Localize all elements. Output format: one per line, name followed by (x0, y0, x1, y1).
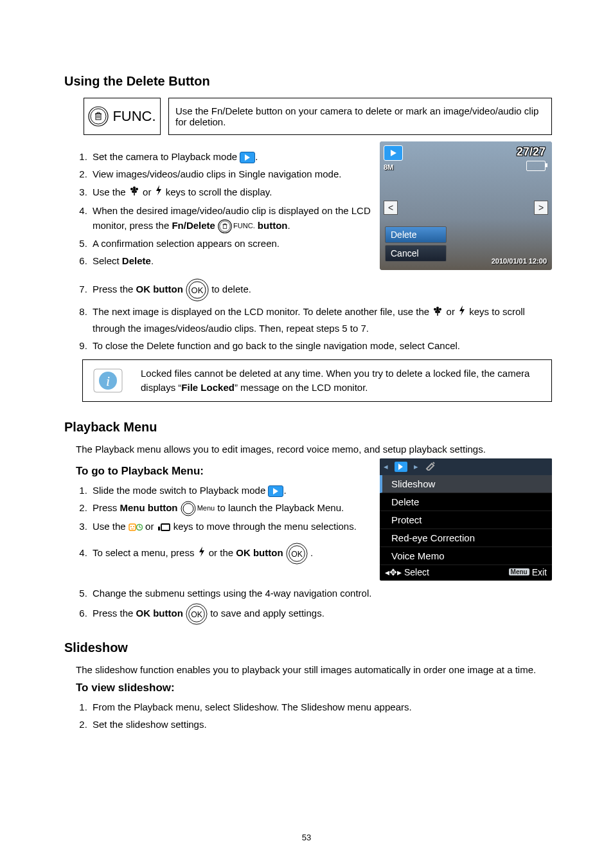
flash-icon (458, 305, 466, 320)
sub-view-slideshow: To view slideshow: (76, 682, 552, 694)
page: Using the Delete Button FUNC. Use the Fn… (0, 0, 613, 868)
slideshow-steps: From the Playback menu, select Slideshow… (76, 700, 552, 732)
menu-item[interactable]: Protect (380, 511, 552, 529)
sub-go-playback: To go to Playback Menu: (76, 465, 373, 478)
menu-button-icon: Menu (181, 501, 215, 516)
step-8: The next image is displayed on the LCD m… (90, 304, 552, 335)
step-4: When the desired image/video/audio clip … (90, 203, 373, 233)
delete-steps: Set the camera to Playback mode . View i… (76, 149, 373, 268)
flash-icon (197, 546, 206, 561)
nav-left-icon: < (384, 201, 398, 215)
svg-text:OK: OK (291, 550, 303, 559)
face-timer-icon (129, 523, 143, 532)
pstep-1: Slide the mode switch to Playback mode . (90, 483, 373, 498)
step-9: To close the Delete function and go back… (90, 338, 552, 353)
locked-file-note: i Locked files cannot be deleted at any … (82, 359, 552, 402)
ok-button-icon: OK (286, 543, 308, 565)
step-3: Use the or keys to scroll the display. (90, 185, 373, 201)
tab-setup-icon (425, 460, 436, 473)
resolution-badge: 8M (384, 163, 393, 171)
svg-point-25 (183, 503, 193, 514)
heading-using-delete: Using the Delete Button (64, 74, 552, 89)
image-counter: 27/27 (517, 145, 546, 159)
display-icon (157, 523, 171, 532)
pstep-3: Use the or keys to move through the menu… (90, 519, 373, 534)
menu-item[interactable]: Slideshow (380, 475, 552, 493)
macro-icon (432, 305, 443, 320)
menu-item-delete[interactable]: Delete (385, 226, 447, 243)
menu-item[interactable]: Voice Memo (380, 547, 552, 565)
svg-point-10 (220, 221, 231, 232)
tip-text: Use the Fn/Delete button on your camera … (168, 98, 552, 135)
svg-text:OK: OK (191, 610, 203, 619)
func-tip-row: FUNC. Use the Fn/Delete button on your c… (84, 98, 552, 135)
sstep-1: From the Playback menu, select Slideshow… (90, 700, 552, 714)
page-number: 53 (0, 833, 613, 842)
pstep-2: Press Menu button Menu to launch the Pla… (90, 500, 373, 516)
svg-point-4 (130, 188, 133, 190)
svg-point-9 (218, 220, 232, 233)
svg-point-17 (439, 308, 441, 311)
slideshow-intro: The slideshow function enables you to pl… (76, 664, 552, 675)
step-7: Press the OK button OK to delete. (90, 278, 552, 302)
macro-icon (129, 185, 140, 200)
svg-text:OK: OK (191, 285, 204, 295)
svg-text:i: i (106, 373, 110, 389)
svg-rect-31 (161, 524, 170, 530)
playback-intro: The Playback menu allows you to edit ima… (76, 444, 552, 455)
battery-icon (526, 161, 546, 171)
nav-right-icon: > (534, 201, 548, 215)
playback-mode-icon (384, 145, 403, 161)
func-label: FUNC. (112, 108, 155, 125)
svg-rect-30 (158, 527, 160, 530)
fn-delete-icon: FUNC. (218, 219, 255, 233)
heading-playback-menu: Playback Menu (64, 420, 552, 435)
ok-button-icon: OK (186, 603, 208, 625)
flash-icon (154, 185, 163, 200)
heading-slideshow: Slideshow (64, 640, 552, 655)
delete-menu: Delete Cancel (385, 226, 447, 264)
exit-label: Exit (532, 567, 547, 577)
svg-point-27 (130, 526, 132, 527)
pstep-5: Change the submenu settings using the 4-… (90, 586, 552, 601)
menu-tag: Menu (509, 568, 529, 575)
delete-steps-cont: Press the OK button OK to delete. The ne… (76, 278, 552, 353)
menu-tabs: ◂ ▸ (380, 458, 552, 475)
trash-icon (88, 106, 109, 127)
menu-item-cancel[interactable]: Cancel (385, 245, 447, 262)
pstep-6: Press the OK button OK to save and apply… (90, 603, 552, 625)
playback-menu-screenshot: ◂ ▸ Slideshow Delete Protect Red-eye Cor… (380, 458, 552, 581)
nav-arrows-icon: ◂✥▸ (385, 567, 402, 577)
info-icon: i (83, 360, 133, 401)
svg-point-20 (436, 307, 439, 309)
step-5: A confirmation selection appears on scre… (90, 236, 373, 251)
menu-item[interactable]: Delete (380, 493, 552, 511)
ok-button-icon: OK (186, 278, 209, 302)
sstep-2: Set the slideshow settings. (90, 717, 552, 732)
tab-playback-icon (395, 462, 407, 472)
note-bold: File Locked (181, 382, 235, 393)
select-label: Select (404, 567, 429, 577)
menu-item[interactable]: Red-eye Correction (380, 529, 552, 547)
svg-point-8 (133, 186, 136, 189)
playback-icon (240, 152, 255, 163)
timestamp: 2010/01/01 12:00 (492, 257, 547, 265)
svg-rect-11 (223, 224, 227, 228)
step-6: Select Delete. (90, 253, 373, 268)
playback-steps: Slide the mode switch to Playback mode .… (76, 483, 373, 565)
func-button-illustration: FUNC. (84, 98, 161, 135)
svg-point-5 (136, 188, 138, 190)
note-tail: ” message on the LCD monitor. (235, 382, 368, 393)
playback-steps-cont: Change the submenu settings using the 4-… (76, 586, 552, 625)
svg-point-28 (133, 526, 134, 527)
lcd-screenshot-delete: 8M 27/27 < > Delete Cancel 2010/01/01 12… (380, 141, 552, 270)
step-2: View images/videos/audio clips in Single… (90, 167, 373, 181)
playback-icon (268, 485, 283, 497)
svg-point-16 (434, 308, 436, 311)
pstep-4: To select a menu, press or the OK button… (90, 543, 373, 565)
step-1: Set the camera to Playback mode . (90, 149, 373, 164)
